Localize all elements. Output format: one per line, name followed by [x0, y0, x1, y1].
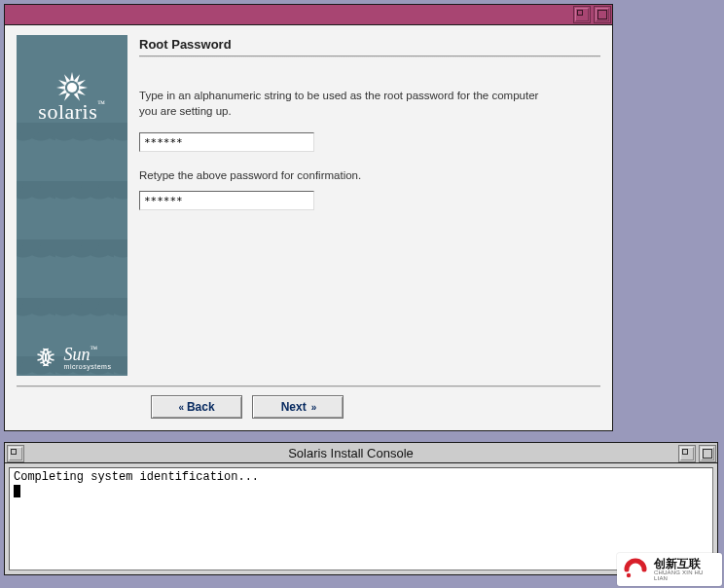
sunburst-icon — [53, 64, 91, 103]
sun-diamond-icon — [33, 345, 58, 370]
console-maximize-button[interactable] — [699, 445, 716, 462]
maximize-button[interactable] — [594, 6, 611, 23]
console-titlebar[interactable]: Solaris Install Console — [5, 443, 717, 463]
trademark-symbol: ™ — [97, 99, 105, 108]
confirm-field-wrapper — [139, 191, 600, 210]
heading-divider — [139, 55, 600, 57]
confirm-instructions: Retype the above password for confirmati… — [139, 169, 600, 181]
back-button[interactable]: « Back — [151, 395, 242, 419]
text-cursor-icon — [14, 485, 20, 497]
watermark-logo-icon — [623, 557, 648, 582]
watermark-cn: 创新互联 — [654, 558, 716, 570]
console-window: Solaris Install Console Completing syste… — [4, 442, 718, 575]
next-button-label: Next — [281, 400, 307, 414]
solaris-logo: solaris™ — [17, 64, 127, 125]
svg-point-2 — [627, 573, 631, 577]
instructions-text: Type in an alphanumeric string to be use… — [139, 89, 558, 119]
back-button-label: Back — [187, 400, 215, 414]
branding-sidepanel: solaris™ — [17, 35, 127, 376]
console-line: Completing system identification... — [14, 470, 259, 484]
console-body: Completing system identification... — [5, 463, 717, 574]
confirm-password-input[interactable] — [139, 191, 314, 210]
console-minimize-button[interactable] — [678, 445, 696, 462]
password-field-wrapper — [139, 132, 600, 152]
watermark-en: CHUANG XIN HU LIAN — [654, 570, 716, 581]
console-title: Solaris Install Console — [25, 446, 676, 460]
console-output[interactable]: Completing system identification... — [9, 467, 713, 570]
chevron-left-icon: « — [178, 402, 182, 413]
svg-point-0 — [67, 83, 77, 92]
installer-body: solaris™ — [5, 25, 612, 430]
page-title: Root Password — [139, 37, 600, 52]
wave-decoration — [17, 123, 127, 376]
installer-window: solaris™ — [4, 4, 613, 431]
vendor-name: Sun — [64, 345, 90, 364]
vendor-subname: microsystems — [64, 363, 112, 370]
sun-logo: Sun™ microsystems — [17, 345, 127, 370]
chevron-right-icon: » — [311, 402, 315, 413]
footer-divider — [17, 386, 600, 387]
watermark: 创新互联 CHUANG XIN HU LIAN — [617, 553, 722, 586]
console-menu-button[interactable] — [7, 445, 24, 462]
next-button[interactable]: Next » — [252, 395, 344, 419]
minimize-button[interactable] — [573, 6, 591, 23]
button-bar: « Back Next » — [17, 395, 600, 419]
installer-content: Root Password Type in an alphanumeric st… — [139, 35, 600, 376]
root-password-input[interactable] — [139, 132, 314, 152]
installer-titlebar[interactable] — [5, 5, 612, 25]
